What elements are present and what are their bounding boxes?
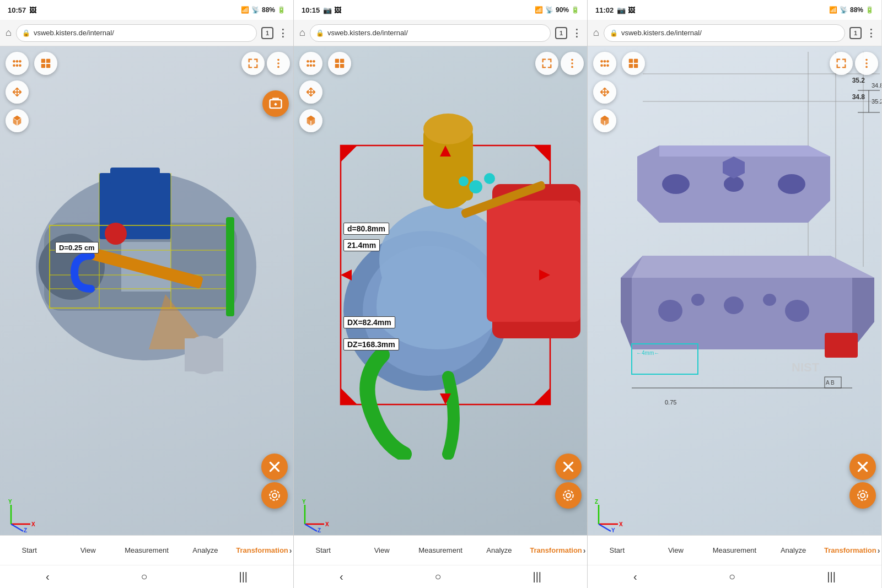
url-bar-1[interactable]: 🔒 vsweb.kisters.de/internal/: [16, 24, 257, 42]
options-btn-1[interactable]: [267, 52, 290, 75]
home-btn-3[interactable]: ⌂: [593, 27, 599, 39]
back-btn-1[interactable]: ‹: [46, 570, 50, 583]
nav-transformation-1[interactable]: Transformation›: [235, 536, 293, 565]
axis-indicator-3: X Z Y: [593, 499, 626, 530]
home-btn-1[interactable]: ⌂: [6, 27, 12, 39]
nav-analyze-3[interactable]: Analyze: [764, 536, 823, 565]
svg-rect-18: [185, 338, 223, 371]
move-btn-2[interactable]: [299, 80, 322, 104]
grid-btn-2[interactable]: [328, 52, 351, 75]
svg-text:X: X: [31, 521, 35, 527]
svg-text:←4mm←: ←4mm←: [636, 350, 659, 356]
nav-measurement-2[interactable]: Measurement: [411, 536, 470, 565]
close-fab-1[interactable]: [261, 454, 288, 480]
svg-point-23: [16, 64, 19, 67]
svg-point-41: [270, 490, 279, 500]
nav-arrow-3: ›: [878, 546, 880, 555]
fullscreen-btn-3[interactable]: [830, 52, 853, 75]
settings-fab-3[interactable]: [849, 482, 876, 509]
measure-label-2b: 21.4mm: [343, 239, 380, 251]
dots-btn-2[interactable]: [299, 52, 322, 75]
nav-view-2[interactable]: View: [352, 536, 411, 565]
svg-rect-77: [340, 64, 344, 68]
svg-rect-28: [46, 64, 50, 68]
more-btn-1[interactable]: ⋮: [278, 27, 288, 39]
close-fab-3[interactable]: [849, 454, 876, 480]
settings-fab-2[interactable]: [555, 482, 582, 509]
signal-icon-2: 📡: [545, 6, 553, 14]
battery-icon-3: 🔋: [865, 6, 874, 14]
home-sys-btn-3[interactable]: ○: [729, 570, 735, 583]
browser-bar-3: ⌂ 🔒 vsweb.kisters.de/internal/ 1 ⋮: [588, 20, 881, 46]
back-btn-3[interactable]: ‹: [633, 570, 637, 583]
nav-arrow-2: ›: [583, 546, 586, 555]
close-fab-2[interactable]: [555, 454, 582, 480]
grid-btn-1[interactable]: [34, 52, 57, 75]
cube-btn-3[interactable]: [593, 109, 616, 132]
phone-2: 10:15 📷 🖼 📶 📡 90% 🔋 ⌂ 🔒 vsweb.kisters.de…: [294, 0, 588, 588]
svg-text:Z: Z: [24, 527, 27, 532]
nav-transformation-2[interactable]: Transformation›: [529, 536, 587, 565]
grid-btn-3[interactable]: [622, 52, 645, 75]
nav-analyze-2[interactable]: Analyze: [470, 536, 528, 565]
recents-btn-3[interactable]: |||: [827, 570, 836, 583]
tab-count-2[interactable]: 1: [555, 27, 567, 39]
dots-btn-3[interactable]: [593, 52, 616, 75]
svg-point-72: [310, 64, 313, 67]
svg-point-130: [865, 59, 868, 61]
lock-icon-2: 🔒: [316, 29, 324, 37]
move-btn-3[interactable]: [593, 80, 616, 104]
nav-measurement-3[interactable]: Measurement: [705, 536, 764, 565]
svg-text:NIST: NIST: [792, 360, 820, 374]
more-btn-2[interactable]: ⋮: [572, 27, 582, 39]
svg-point-99: [724, 176, 744, 192]
wifi-icon-3: 📶: [829, 6, 837, 14]
tab-count-1[interactable]: 1: [261, 27, 273, 39]
ar-btn-1[interactable]: [262, 90, 289, 117]
fullscreen-btn-1[interactable]: [241, 52, 265, 75]
home-sys-btn-1[interactable]: ○: [141, 570, 147, 583]
svg-point-136: [858, 490, 867, 500]
home-btn-2[interactable]: ⌂: [299, 27, 305, 39]
svg-text:Y: Y: [8, 499, 12, 505]
svg-point-69: [310, 60, 313, 63]
url-bar-3[interactable]: 🔒 vsweb.kisters.de/internal/: [604, 24, 845, 42]
svg-point-79: [571, 59, 573, 61]
svg-rect-125: [629, 59, 633, 63]
options-btn-2[interactable]: [561, 52, 584, 75]
nav-start-3[interactable]: Start: [588, 536, 647, 565]
dots-btn-1[interactable]: [6, 52, 29, 75]
svg-text:Z: Z: [595, 499, 598, 505]
nav-analyze-1[interactable]: Analyze: [176, 536, 234, 565]
time-2: 10:15: [302, 6, 320, 14]
tab-count-3[interactable]: 1: [849, 27, 862, 39]
cube-btn-1[interactable]: [6, 109, 29, 132]
back-btn-2[interactable]: ‹: [340, 570, 343, 583]
svg-marker-52: [534, 388, 550, 404]
svg-rect-6: [110, 168, 160, 184]
nav-view-1[interactable]: View: [58, 536, 117, 565]
svg-point-81: [571, 66, 573, 68]
more-btn-3[interactable]: ⋮: [866, 27, 876, 39]
move-btn-1[interactable]: [6, 80, 29, 104]
svg-rect-76: [335, 64, 339, 68]
options-btn-3[interactable]: [855, 52, 878, 75]
nav-arrow-1: ›: [289, 546, 292, 555]
recents-btn-2[interactable]: |||: [533, 570, 541, 583]
phone-3: 11:02 📷 🖼 📶 📡 88% 🔋 ⌂ 🔒 vsweb.kisters.de…: [588, 0, 881, 588]
nav-view-3[interactable]: View: [647, 536, 706, 565]
nav-transformation-3[interactable]: Transformation›: [822, 536, 881, 565]
recents-btn-1[interactable]: |||: [239, 570, 248, 583]
nav-measurement-1[interactable]: Measurement: [117, 536, 176, 565]
battery-3: 88%: [850, 6, 863, 14]
nav-start-2[interactable]: Start: [294, 536, 352, 565]
cube-btn-2[interactable]: [299, 109, 322, 132]
settings-fab-1[interactable]: [261, 482, 288, 509]
battery-icon-2: 🔋: [571, 6, 579, 14]
url-bar-2[interactable]: 🔒 vsweb.kisters.de/internal/: [310, 24, 551, 42]
nav-start-1[interactable]: Start: [0, 536, 58, 565]
axis-indicator-1: X Y Z: [6, 499, 39, 530]
svg-text:Y: Y: [302, 499, 306, 505]
fullscreen-btn-2[interactable]: [535, 52, 558, 75]
home-sys-btn-2[interactable]: ○: [434, 570, 441, 583]
